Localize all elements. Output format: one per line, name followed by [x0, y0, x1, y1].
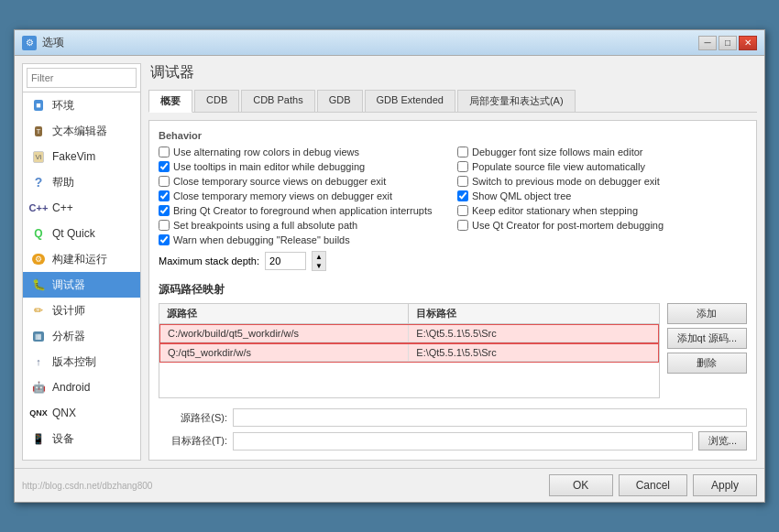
checkbox-keep-editor-label: Keep editor stationary when stepping — [472, 205, 638, 216]
stack-depth-input[interactable] — [265, 252, 306, 270]
stack-depth-row: Maximum stack depth: ▲ ▼ — [159, 251, 747, 271]
close-button[interactable]: ✕ — [739, 36, 757, 50]
checkbox-debugger-font-input[interactable] — [457, 147, 468, 157]
checkbox-populate-label: Populate source file view automatically — [472, 161, 645, 172]
tab-cdb[interactable]: CDB — [194, 90, 239, 112]
panel-title: 调试器 — [148, 63, 757, 82]
checkbox-grid: Use alternating row colors in debug view… — [159, 147, 747, 245]
behavior-label: Behavior — [159, 130, 747, 141]
col-target-header: 目标路径 — [409, 304, 658, 323]
sidebar-item-help[interactable]: ? 帮助 — [23, 169, 140, 195]
add-source-button[interactable]: 添加qt 源码... — [667, 328, 747, 349]
checkbox-show-qml-input[interactable] — [457, 190, 468, 201]
source-path-input[interactable] — [233, 408, 747, 427]
browse-button[interactable]: 浏览... — [698, 431, 747, 451]
checkbox-close-memory-input[interactable] — [159, 190, 170, 201]
sidebar-item-cpp[interactable]: C++ C++ — [23, 195, 140, 221]
tab-summary[interactable]: 概要 — [148, 90, 192, 113]
fakevim-icon: Vi — [30, 148, 47, 165]
buildrun-icon: ⚙ — [30, 251, 47, 267]
row1-source: C:/work/build/qt5_workdir/w/s — [160, 325, 409, 342]
apply-button[interactable]: Apply — [693, 474, 757, 496]
stack-depth-label: Maximum stack depth: — [159, 255, 259, 266]
add-button[interactable]: 添加 — [667, 303, 747, 324]
ok-button[interactable]: OK — [549, 474, 613, 496]
android-icon: 🤖 — [30, 379, 47, 396]
sidebar-label-cpp: C++ — [52, 201, 73, 214]
target-path-input[interactable] — [233, 432, 693, 451]
sidebar-item-fakevim[interactable]: Vi FakeVim — [23, 144, 140, 169]
table-row[interactable]: C:/work/build/qt5_workdir/w/s E:\Qt5.5.1… — [159, 324, 659, 343]
checkbox-tooltips-input[interactable] — [159, 161, 170, 172]
filter-box — [23, 64, 140, 92]
source-map-table: 源路径 目标路径 C:/work/build/qt5_workdir/w/s E… — [159, 303, 660, 398]
checkbox-close-source-label: Close temporary source views on debugger… — [173, 176, 386, 187]
checkbox-alt-row-input[interactable] — [159, 147, 170, 157]
analyzer-icon: ▦ — [30, 328, 47, 344]
row1-target: E:\Qt5.5.1\5.5\Src — [409, 325, 657, 342]
checkbox-bring-qt-input[interactable] — [159, 205, 170, 216]
help-icon: ? — [30, 174, 47, 190]
checkbox-set-breakpoints-label: Set breakpoints using a full absolute pa… — [173, 220, 357, 231]
tab-cdb-paths[interactable]: CDB Paths — [241, 90, 314, 112]
sidebar-item-debugger[interactable]: 🐛 调试器 — [23, 272, 140, 298]
stack-depth-spinner: ▲ ▼ — [312, 251, 326, 271]
sidebar-label-buildrun: 构建和运行 — [52, 252, 107, 267]
checkbox-post-mortem-input[interactable] — [457, 220, 468, 231]
qnx-icon: QNX — [30, 405, 47, 421]
sidebar-item-analyzer[interactable]: ▦ 分析器 — [23, 323, 140, 349]
sidebar-item-env[interactable]: ■ 环境 — [23, 92, 140, 118]
minimize-button[interactable]: ─ — [698, 36, 717, 50]
checkbox-switch-mode-input[interactable] — [457, 176, 468, 187]
cancel-button[interactable]: Cancel — [619, 474, 687, 496]
tab-gdb-extended[interactable]: GDB Extended — [365, 90, 455, 112]
main-window: ⚙ 选项 ─ □ ✕ ■ 环境 T 文本编辑器 — [14, 29, 765, 503]
sidebar-item-versioncontrol[interactable]: ↑ 版本控制 — [23, 349, 140, 375]
tab-gdb[interactable]: GDB — [317, 90, 363, 112]
stack-depth-down[interactable]: ▼ — [313, 261, 325, 270]
table-body: C:/work/build/qt5_workdir/w/s E:\Qt5.5.1… — [159, 324, 659, 397]
filter-input[interactable] — [27, 68, 137, 88]
stack-depth-up[interactable]: ▲ — [313, 252, 325, 261]
table-row[interactable]: Q:/qt5_workdir/w/s E:\Qt5.5.1\5.5\Src — [159, 343, 659, 363]
delete-button[interactable]: 删除 — [667, 353, 747, 374]
checkbox-switch-mode: Switch to previous mode on debugger exit — [457, 176, 747, 187]
checkbox-close-source-input[interactable] — [159, 176, 170, 187]
sidebar-item-qnx[interactable]: QNX QNX — [23, 400, 140, 426]
sidebar-item-designer[interactable]: ✏ 设计师 — [23, 298, 140, 323]
sidebar-item-buildrun[interactable]: ⚙ 构建和运行 — [23, 246, 140, 272]
checkbox-bring-qt-label: Bring Qt Creator to foreground when appl… — [173, 205, 433, 216]
sidebar-item-device[interactable]: 📱 设备 — [23, 426, 140, 451]
content-area: ■ 环境 T 文本编辑器 Vi FakeVim ? 帮助 C++ C++ — [15, 56, 764, 468]
sidebar-label-versioncontrol: 版本控制 — [52, 354, 96, 370]
sidebar-label-qtquick: Qt Quick — [52, 227, 95, 240]
table-header: 源路径 目标路径 — [159, 304, 659, 324]
sidebar-label-qnx: QNX — [52, 407, 76, 419]
sidebar-label-fakevim: FakeVim — [52, 150, 95, 163]
sidebar-item-qtquick[interactable]: Q Qt Quick — [23, 221, 140, 246]
designer-icon: ✏ — [30, 302, 47, 319]
target-path-label: 目标路径(T): — [159, 434, 227, 448]
checkbox-debugger-font-label: Debugger font size follows main editor — [472, 147, 642, 157]
source-map-section: 源码路径映射 源路径 目标路径 C:/work/build/qt5_workdi… — [159, 282, 747, 451]
maximize-button[interactable]: □ — [719, 36, 737, 50]
sidebar-label-help: 帮助 — [52, 175, 74, 190]
checkbox-alt-row-label: Use alternating row colors in debug view… — [173, 147, 359, 157]
row2-target: E:\Qt5.5.1\5.5\Src — [409, 344, 657, 362]
sidebar-label-android: Android — [52, 381, 90, 394]
checkbox-post-mortem-label: Use Qt Creator for post-mortem debugging — [472, 220, 664, 231]
checkbox-warn-release-input[interactable] — [159, 234, 170, 245]
debugger-icon: 🐛 — [30, 277, 47, 293]
checkbox-keep-editor-input[interactable] — [457, 205, 468, 216]
sidebar-item-android[interactable]: 🤖 Android — [23, 375, 140, 400]
checkbox-warn-release-label: Warn when debugging "Release" builds — [173, 234, 350, 245]
checkbox-debugger-font: Debugger font size follows main editor — [457, 147, 747, 157]
checkbox-set-breakpoints: Set breakpoints using a full absolute pa… — [159, 220, 448, 231]
checkbox-set-breakpoints-input[interactable] — [159, 220, 170, 231]
checkbox-populate-input[interactable] — [457, 161, 468, 172]
source-map-table-area: 源路径 目标路径 C:/work/build/qt5_workdir/w/s E… — [159, 303, 747, 404]
col-source-header: 源路径 — [159, 304, 409, 323]
sidebar-item-texteditor[interactable]: T 文本编辑器 — [23, 118, 140, 144]
tab-local-vars[interactable]: 局部变量和表达式(A) — [457, 90, 576, 112]
panel-content: Behavior Use alternating row colors in d… — [148, 120, 757, 461]
